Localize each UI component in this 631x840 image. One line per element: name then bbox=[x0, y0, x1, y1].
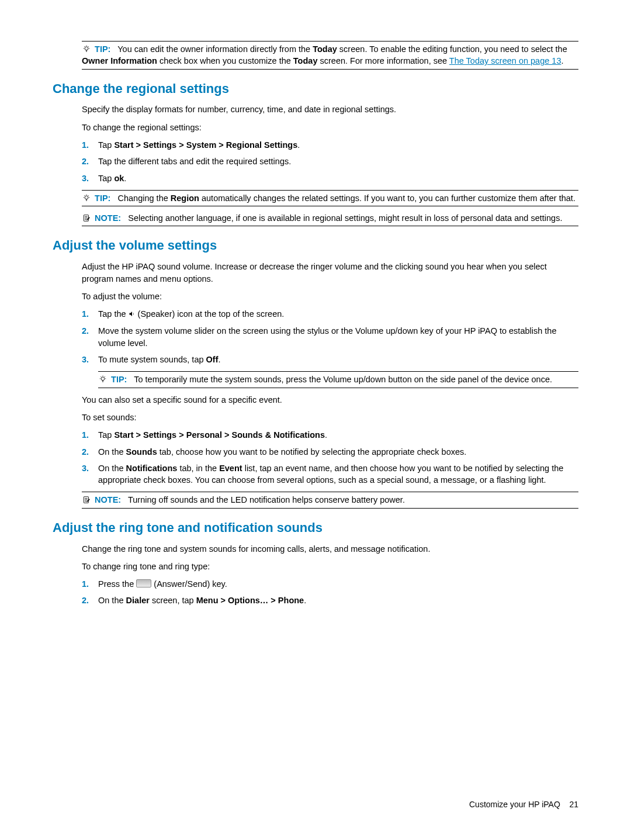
tip-label: TIP: bbox=[95, 193, 110, 203]
paragraph: Change the ring tone and system sounds f… bbox=[82, 543, 578, 555]
list-item: 3. On the Notifications tab, in the Even… bbox=[82, 462, 578, 486]
page-number: 21 bbox=[569, 800, 578, 809]
svg-line-5 bbox=[88, 46, 89, 47]
note-box: NOTE: Selecting another language, if one… bbox=[82, 209, 578, 226]
lightbulb-icon bbox=[98, 374, 108, 385]
paragraph: To set sounds: bbox=[82, 412, 578, 423]
heading-volume-settings: Adjust the volume settings bbox=[53, 237, 578, 255]
list-item: 2. On the Dialer screen, tap Menu > Opti… bbox=[82, 594, 578, 606]
step-number: 1. bbox=[82, 429, 98, 441]
tip-label: TIP: bbox=[111, 375, 127, 384]
note-text: Turning off sounds and the LED notificat… bbox=[128, 495, 405, 504]
link-today-screen[interactable]: The Today screen on page 13 bbox=[449, 56, 561, 65]
note-box: NOTE: Turning off sounds and the LED not… bbox=[82, 492, 578, 508]
step-number: 3. bbox=[82, 354, 98, 365]
lightbulb-icon bbox=[82, 43, 91, 55]
answer-send-key-icon bbox=[136, 579, 151, 587]
step-number: 2. bbox=[82, 594, 98, 606]
svg-line-4 bbox=[84, 46, 85, 47]
list-item: 1. Tap Start > Settings > Personal > Sou… bbox=[82, 429, 578, 441]
tip-text: You can edit the owner information direc… bbox=[82, 44, 567, 65]
svg-point-0 bbox=[85, 47, 88, 50]
list-item: 1. Press the (Answer/Send) key. bbox=[82, 578, 578, 590]
speaker-icon bbox=[129, 309, 136, 320]
step-number: 3. bbox=[82, 462, 98, 486]
step-number: 3. bbox=[82, 172, 98, 184]
list-item: 2. Tap the different tabs and edit the r… bbox=[82, 155, 578, 167]
list-item: 3. To mute system sounds, tap Off. bbox=[82, 354, 578, 365]
paragraph: To change ring tone and ring type: bbox=[82, 561, 578, 572]
svg-line-12 bbox=[84, 195, 85, 196]
step-number: 1. bbox=[82, 578, 98, 590]
note-icon bbox=[82, 494, 91, 506]
svg-line-25 bbox=[105, 376, 105, 377]
paragraph: To change the regional settings: bbox=[82, 122, 578, 133]
heading-ring-tone: Adjust the ring tone and notification so… bbox=[53, 519, 578, 537]
note-icon bbox=[82, 212, 91, 224]
step-number: 2. bbox=[82, 325, 98, 349]
note-label: NOTE: bbox=[95, 495, 121, 504]
note-label: NOTE: bbox=[95, 213, 121, 223]
step-number: 1. bbox=[82, 308, 98, 320]
paragraph: You can also set a specific sound for a … bbox=[82, 394, 578, 406]
list-item: 2. On the Sounds tab, choose how you wan… bbox=[82, 446, 578, 458]
list-item: 1. Tap the (Speaker) icon at the top of … bbox=[82, 308, 578, 320]
step-number: 1. bbox=[82, 139, 98, 151]
note-text: Selecting another language, if one is av… bbox=[128, 213, 562, 223]
step-number: 2. bbox=[82, 155, 98, 167]
paragraph: Adjust the HP iPAQ sound volume. Increas… bbox=[82, 261, 578, 285]
paragraph: Specify the display formats for number, … bbox=[82, 103, 578, 115]
tip-label: TIP: bbox=[95, 44, 110, 54]
svg-line-13 bbox=[88, 195, 89, 196]
list-item: 1. Tap Start > Settings > System > Regio… bbox=[82, 139, 578, 151]
paragraph: To adjust the volume: bbox=[82, 291, 578, 302]
tip-text: Changing the Region automatically change… bbox=[118, 193, 575, 203]
page-footer: Customize your HP iPAQ 21 bbox=[469, 799, 578, 811]
lightbulb-icon bbox=[82, 192, 91, 204]
footer-text: Customize your HP iPAQ bbox=[469, 800, 560, 809]
list-item: 2. Move the system volume slider on the … bbox=[82, 325, 578, 349]
svg-line-24 bbox=[100, 376, 101, 377]
tip-text: To temporarily mute the system sounds, p… bbox=[134, 375, 552, 384]
list-item: 3. Tap ok. bbox=[82, 172, 578, 184]
tip-box: TIP: To temporarily mute the system soun… bbox=[98, 371, 578, 388]
heading-regional-settings: Change the regional settings bbox=[53, 80, 578, 98]
svg-point-20 bbox=[101, 377, 105, 381]
svg-point-8 bbox=[85, 196, 88, 199]
tip-box: TIP: Changing the Region automatically c… bbox=[82, 190, 578, 206]
step-number: 2. bbox=[82, 446, 98, 458]
tip-box: TIP: You can edit the owner information … bbox=[82, 41, 578, 70]
